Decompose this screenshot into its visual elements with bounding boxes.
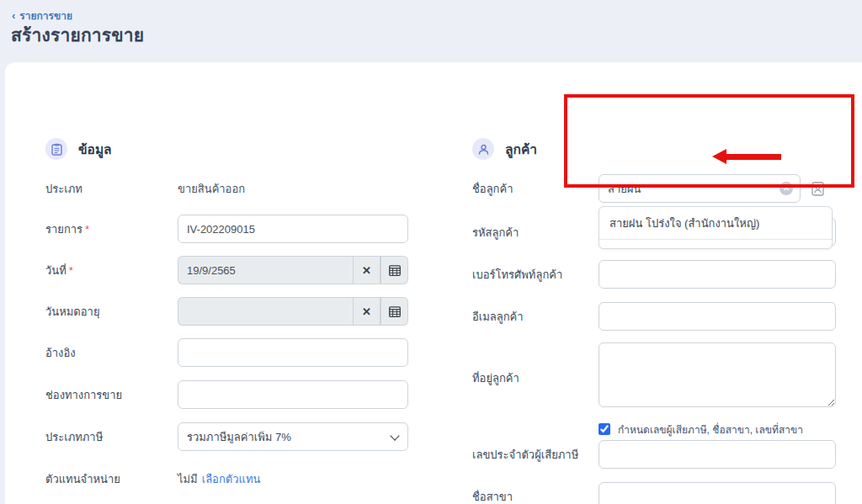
customer-address-row: ที่อยู่ลูกค้า [472,342,836,407]
document-number-label: รายการ [45,223,82,236]
date-clear-button[interactable]: ✕ [353,256,380,284]
agent-value: ไม่มี [178,470,198,488]
expiry-date-label: วันหมดอายุ [45,303,178,321]
customer-name-row: ชื่อลูกค้า ✕ สายฝน โปร่งใจ (สำนักงานใหญ่… [472,174,836,203]
reference-input[interactable] [178,338,408,367]
calendar-icon [389,264,401,276]
customer-code-label: รหัสลูกค้า [472,224,599,241]
contact-card-icon [811,182,824,196]
customer-name-input[interactable] [599,174,801,203]
tax-type-select[interactable]: รวมภาษีมูลค่าเพิ่ม 7% [178,422,408,451]
customer-suggestion-dropdown: สายฝน โปร่งใจ (สำนักงานใหญ่) [599,206,833,249]
date-input[interactable] [178,256,353,284]
tax-id-input[interactable] [599,440,836,469]
agent-label: ตัวแทนจำหน่าย [45,470,178,488]
customer-address-textarea[interactable] [599,342,836,407]
x-icon: ✕ [362,306,371,317]
tax-info-checkbox-row: กำหนดเลขผู้เสียภาษี, ชื่อสาขา, เลขที่สาข… [599,422,836,436]
form-card: ข้อมูล ประเภท ขายสินค้าออก รายการ* วันที… [5,62,862,504]
agent-row: ตัวแทนจำหน่าย ไม่มี เลือกตัวแทน [45,464,408,493]
customer-phone-label: เบอร์โทรศัพท์ลูกค้า [472,266,599,284]
sales-channel-label: ช่องทางการขาย [45,386,178,404]
tax-id-row: เลขประจำตัวผู้เสียภาษี [472,440,836,469]
branch-name-row: ชื่อสาขา [472,482,836,504]
tax-info-checkbox-label: กำหนดเลขผู้เสียภาษี, ชื่อสาขา, เลขที่สาข… [618,422,803,438]
customer-email-label: อีเมลลูกค้า [472,308,599,326]
customer-email-row: อีเมลลูกค้า [472,302,836,331]
customer-section-title: ลูกค้า [505,139,537,160]
chevron-left-icon: ‹ [12,10,15,21]
reference-row: อ้างอิง [45,338,408,367]
type-row: ประเภท ขายสินค้าออก [45,174,408,203]
expiry-date-input[interactable] [178,297,353,326]
create-sale-page: ‹ รายการขาย สร้างรายการขาย ข้อมูล ประเภท… [0,0,862,504]
document-number-row: รายการ* [45,215,408,243]
expiry-clear-button[interactable]: ✕ [353,297,380,326]
person-icon [472,138,494,160]
x-icon: ✕ [362,265,371,276]
document-number-input[interactable] [178,215,408,243]
customer-section-header: ลูกค้า [472,138,836,160]
required-asterisk: * [85,223,89,236]
customer-name-label: ชื่อลูกค้า [472,180,599,198]
sales-channel-input[interactable] [178,380,408,409]
date-row: วันที่* ✕ [45,256,408,284]
info-section: ข้อมูล ประเภท ขายสินค้าออก รายการ* วันที… [45,138,408,493]
info-section-header: ข้อมูล [45,138,408,160]
dropdown-padding [599,240,832,248]
tax-type-row: ประเภทภาษี รวมภาษีมูลค่าเพิ่ม 7% [45,422,408,451]
customer-email-input[interactable] [599,302,836,331]
reference-label: อ้างอิง [45,344,178,362]
customer-suggestion-item[interactable]: สายฝน โปร่งใจ (สำนักงานใหญ่) [599,207,832,240]
customer-address-label: ที่อยู่ลูกค้า [472,363,599,387]
customer-phone-row: เบอร์โทรศัพท์ลูกค้า [472,260,836,289]
date-label: วันที่ [45,264,67,277]
sales-channel-row: ช่องทางการขาย [45,380,408,409]
tax-info-checkbox[interactable] [599,423,610,435]
branch-name-input[interactable] [599,482,836,504]
date-calendar-button[interactable] [380,256,408,284]
clear-input-icon[interactable]: ✕ [780,182,793,195]
clipboard-icon [45,138,67,160]
customer-phone-input[interactable] [599,260,836,289]
calendar-icon [389,305,401,317]
select-agent-link[interactable]: เลือกตัวแทน [202,470,261,488]
type-label: ประเภท [45,180,178,198]
type-value: ขายสินค้าออก [178,180,245,198]
tax-type-label: ประเภทภาษี [45,428,178,446]
info-section-title: ข้อมูล [78,139,112,160]
required-asterisk: * [69,264,73,277]
expiry-date-row: วันหมดอายุ ✕ [45,297,408,326]
tax-id-label: เลขประจำตัวผู้เสียภาษี [472,446,599,464]
customer-section: ลูกค้า ชื่อลูกค้า ✕ สายฝน โปร่งใจ (สำนัก… [472,138,836,504]
page-title: สร้างรายการขาย [11,21,144,49]
contact-book-button[interactable] [811,182,824,196]
expiry-calendar-button[interactable] [380,297,408,326]
branch-name-label: ชื่อสาขา [472,488,599,504]
